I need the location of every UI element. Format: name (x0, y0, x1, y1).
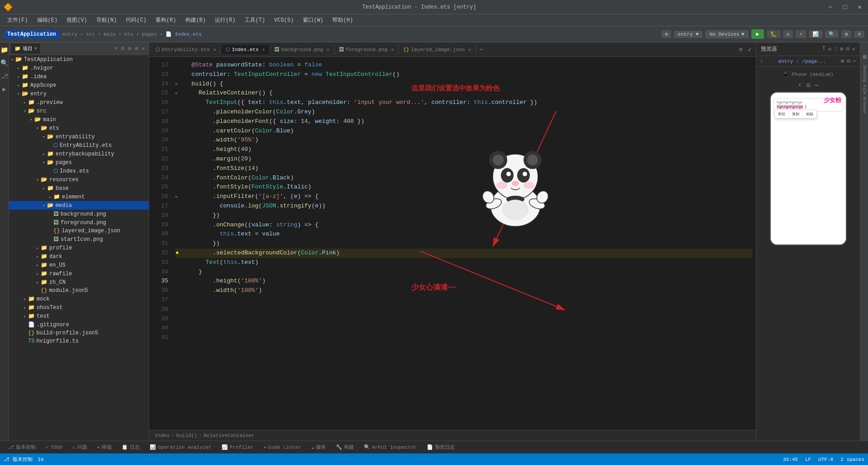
menu-item-r[interactable]: 运行(R) (211, 15, 239, 25)
foreground-tab-close[interactable]: ✕ (391, 47, 394, 52)
sidebar-add-icon[interactable]: + (113, 46, 119, 52)
bottom-tab-arkuiinspector[interactable]: 🔍ArkUI Inspector (359, 443, 421, 451)
tree-item-entryability[interactable]: ▾📂entryability (9, 132, 149, 141)
tree-item-hvigor[interactable]: ▸📁.hvigor (9, 64, 149, 72)
editor-settings-icon[interactable]: ⚙ (736, 46, 745, 53)
status-line-ending[interactable]: LF (805, 457, 811, 462)
index-tab-close[interactable]: ✕ (262, 47, 265, 52)
sidebar-close-icon[interactable]: ✕ (140, 45, 147, 52)
reload-btn[interactable]: ↺ (783, 30, 793, 38)
settings-btn[interactable]: ⚙ (661, 30, 672, 38)
cut-menu-item[interactable]: 剪切 (775, 110, 789, 118)
tree-item-foreground.png[interactable]: 🖼foreground.png (9, 218, 149, 227)
tree-item-layered_image.json[interactable]: {}layered_image.json (9, 227, 149, 235)
tree-item-.gitignore[interactable]: 📄.gitignore (9, 320, 149, 329)
menu-item-b[interactable]: 构建(B) (182, 15, 210, 25)
tab-layered[interactable]: {} layered_image.json ✕ (399, 45, 476, 54)
preview-layout-icon[interactable]: ⬚ (834, 46, 837, 52)
bottom-tab-profiler[interactable]: 📈Profiler (217, 443, 258, 451)
menu-item-v[interactable]: 视图(V) (63, 15, 91, 25)
tree-item-resources[interactable]: ▾📂resources (9, 175, 149, 184)
tree-item-en_US[interactable]: ▸📁en_US (9, 261, 149, 269)
menu-item-r[interactable]: 重构(R) (152, 15, 180, 25)
preview-close-icon[interactable]: ✕ (852, 46, 855, 52)
status-position[interactable]: 35:45 (783, 457, 798, 462)
tree-item-build-profile.json5[interactable]: {}build-profile.json5 (9, 329, 149, 337)
tree-item-module.json5[interactable]: {}module.json5 (9, 287, 149, 295)
tab-overflow-btn[interactable]: ⋯ (476, 44, 486, 55)
tree-item-pages[interactable]: ▾📂pages (9, 158, 149, 167)
preview-font-icon[interactable]: T (822, 46, 826, 52)
tree-item-background.png[interactable]: 🖼background.png (9, 210, 149, 218)
status-ie[interactable]: Ie (38, 457, 44, 462)
preview-refresh-icon[interactable]: ↺ (828, 46, 831, 52)
copy-menu-item[interactable]: 复制 (789, 110, 803, 118)
menu-item-f[interactable]: 文件(F) (4, 15, 32, 25)
preview-back-icon[interactable]: ‹ (760, 58, 763, 65)
tree-item-ets[interactable]: ▾📂ets (9, 124, 149, 132)
tab-entryability[interactable]: ⬡ EntryAbility.ets ✕ (151, 45, 221, 54)
tree-item-dark[interactable]: ▸📁dark (9, 252, 149, 261)
toolbar-settings2-btn[interactable]: ⚙ (841, 30, 852, 38)
tree-item-root[interactable]: ▾📂TestApplication (9, 55, 149, 64)
bottom-tab-[interactable]: 📋日志 (117, 442, 144, 452)
minimize-button[interactable]: ─ (826, 4, 835, 11)
tree-item-appscope[interactable]: ▸📁AppScope (9, 81, 149, 89)
profile-btn[interactable]: 📊 (809, 30, 822, 38)
close-button[interactable]: ✕ (855, 3, 864, 11)
menu-item-n[interactable]: 导航(N) (93, 15, 121, 25)
tab-index[interactable]: ⬡ Index.ets ✕ (221, 45, 270, 54)
preview-zoom-icon[interactable]: ⊞ (841, 58, 844, 65)
bottom-tab-todo[interactable]: ✓TODO (41, 443, 67, 451)
entry-dropdown-btn[interactable]: entry ▼ (674, 31, 702, 38)
split-view-icon[interactable]: ⊡ (807, 81, 810, 89)
project-name-btn[interactable]: TestApplication (4, 30, 60, 38)
menu-item-e[interactable]: 编辑(E) (33, 15, 61, 25)
menu-item-c[interactable]: 代码(C) (122, 15, 150, 25)
bottom-tab-[interactable]: ☁服务 (307, 442, 330, 452)
menu-item-h[interactable]: 帮助(H) (329, 15, 357, 25)
sidebar-expand-icon[interactable]: ⊡ (119, 45, 126, 52)
tab-foreground[interactable]: 🖼 foreground.png ✕ (335, 45, 399, 54)
preview-expand-icon[interactable]: ⊡ (846, 46, 849, 52)
tree-item-element[interactable]: ▸📁element (9, 193, 149, 201)
status-version-control[interactable]: ⎇ 版本控制 (4, 456, 33, 463)
explorer-icon[interactable]: 📁 (0, 44, 10, 56)
tab-background[interactable]: 🖼 background.png ✕ (270, 45, 334, 54)
desktop-file-browser[interactable]: Desktop File Browser (862, 65, 867, 114)
tree-item-ohosTest[interactable]: ▸📁ohosTest (9, 303, 149, 312)
bottom-tab-[interactable]: ⎇版本控制 (4, 442, 40, 452)
tree-item-profile[interactable]: ▸📁profile (9, 244, 149, 252)
preview-grid-icon[interactable]: ⊟ (847, 58, 850, 65)
tree-item-base[interactable]: ▸📁base (9, 184, 149, 193)
tree-item-entry[interactable]: ▾📂entry (9, 89, 149, 98)
layered-tab-close[interactable]: ✕ (468, 47, 471, 52)
background-tab-close[interactable]: ✕ (327, 47, 330, 52)
tree-item-zh_CN[interactable]: ▸📁zh_CN (9, 278, 149, 287)
search-activity-icon[interactable]: 🔍 (0, 57, 10, 69)
bottom-tab-[interactable]: ▸终端 (93, 442, 117, 452)
menu-item-w[interactable]: 窗口(W) (299, 15, 327, 25)
toolbar-menu-btn[interactable]: ≡ (854, 31, 864, 38)
bottom-tab-[interactable]: 🔧构建 (331, 442, 359, 452)
toolbar-search-btn[interactable]: 🔍 (825, 30, 839, 38)
tree-item-mock[interactable]: ▸📁mock (9, 295, 149, 303)
paste-menu-item[interactable]: 粘贴 (803, 110, 816, 118)
tree-item-src[interactable]: ▾📂src (9, 107, 149, 115)
tree-item-hvigorfile.ts[interactable]: TShvigorfile.ts (9, 337, 149, 345)
sidebar-collapse-icon[interactable]: ⊟ (126, 45, 133, 52)
tree-item-EntryAbility.ets[interactable]: ⬡EntryAbility.ets (9, 141, 149, 150)
menu-item-t[interactable]: 工具(T) (241, 15, 269, 25)
more-options-icon[interactable]: ⋯ (815, 81, 818, 89)
preview-settings-icon[interactable]: ⚙ (840, 46, 843, 52)
preview-more-icon[interactable]: ⋯ (853, 58, 856, 65)
maximize-button[interactable]: □ (840, 4, 849, 11)
bottom-tab-[interactable]: 📄预览日志 (422, 442, 459, 452)
run-btn[interactable]: ▶ (751, 29, 764, 39)
entryability-tab-close[interactable]: ✕ (213, 47, 216, 52)
tree-item-main[interactable]: ▾📂main (9, 115, 149, 124)
status-encoding[interactable]: UTF-8 (818, 457, 833, 462)
bottom-tab-operationanalyzer[interactable]: 📊Operation Analyzer (145, 443, 216, 451)
tree-item-Index.ets[interactable]: ⬡Index.ets (9, 167, 149, 175)
build-run-btn[interactable]: ⚡ (796, 30, 806, 38)
